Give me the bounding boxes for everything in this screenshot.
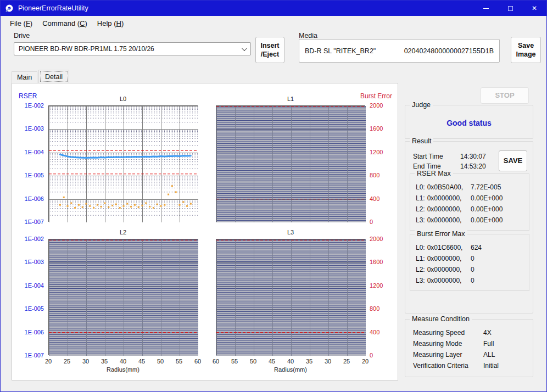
x-axis-tick: 60 — [191, 357, 205, 365]
condition-row: Verification CriteriaInitial — [405, 360, 533, 371]
drive-label: Drive — [14, 32, 30, 40]
x-axis-tick: 20 — [41, 357, 55, 365]
max-value: 0 — [471, 253, 475, 264]
x-axis-tick: 45 — [265, 357, 279, 365]
chart-plot-L2 — [48, 239, 198, 355]
stop-button[interactable]: STOP — [481, 87, 529, 104]
start-time-label: Start Time — [413, 153, 443, 160]
y-axis-tick-right: 800 — [370, 305, 396, 312]
layer-label: L1: — [416, 194, 425, 202]
burst-error-max-label: Burst Error Max — [415, 230, 467, 238]
left-axis-title: RSER — [19, 92, 37, 100]
address-value: 0x0000000, — [427, 216, 462, 224]
save-button[interactable]: SAVE — [499, 150, 527, 171]
window-title: PioneerErrorRateUtility — [18, 4, 88, 12]
address-value: 0x0000000, — [427, 277, 462, 284]
chart-plot-L3 — [216, 239, 365, 355]
condition-name: Verification Criteria — [413, 362, 468, 369]
y-axis-tick-right: 2000 — [370, 102, 396, 109]
save-image-button[interactable]: Save Image — [511, 37, 541, 63]
y-axis-tick-right: 0 — [370, 218, 396, 226]
address-value: 0x01C6600, — [427, 244, 463, 251]
condition-name: Measuring Layer — [413, 351, 462, 359]
close-icon: ✕ — [532, 5, 537, 12]
y-axis-tick-left: 1E-007 — [12, 351, 44, 359]
condition-name: Measuring Mode — [413, 340, 462, 348]
y-axis-tick-left: 1E-003 — [12, 258, 44, 266]
x-axis-tick: 60 — [209, 357, 223, 365]
address-value: 0x0000000, — [427, 255, 462, 262]
x-axis-tick: 20 — [358, 357, 372, 365]
address-value: 0x0000000, — [427, 205, 462, 213]
tab-main[interactable]: Main — [12, 71, 37, 83]
rser-max-group: RSER Max L0:0x0B50A00,7.72E-005L1:0x0000… — [410, 173, 529, 231]
y-axis-tick-right: 1600 — [370, 258, 396, 266]
tab-detail[interactable]: Detail — [38, 70, 69, 83]
menu-help[interactable]: Help (H) — [92, 18, 129, 29]
y-axis-tick-right: 400 — [370, 328, 396, 336]
x-axis-tick: 50 — [246, 357, 260, 365]
tab-strip: Main Detail — [12, 69, 70, 83]
y-axis-tick-right: 1200 — [370, 282, 396, 289]
maximize-icon — [508, 6, 513, 11]
result-row: L2:0x0000000,0.00E+000 — [410, 204, 529, 215]
y-axis-tick-left: 1E-004 — [12, 148, 44, 156]
max-value: 0.00E+000 — [471, 193, 503, 204]
x-axis-tick: 25 — [339, 357, 354, 365]
media-disc-id: 02040248000000027155D1B — [404, 47, 494, 55]
burst-error-max-group: Burst Error Max L0:0x01C6600,624L1:0x000… — [410, 234, 529, 291]
y-axis-tick-left: 1E-002 — [12, 102, 44, 109]
y-axis-tick-right: 1200 — [370, 148, 396, 156]
max-value: 0.00E+000 — [471, 204, 503, 215]
x-axis-label: Radius(mm) — [258, 366, 323, 373]
minimize-button[interactable] — [474, 1, 498, 16]
condition-row: Measuring LayerALL — [405, 349, 533, 360]
y-axis-tick-left: 1E-005 — [12, 305, 44, 312]
menu-command[interactable]: Command (C) — [37, 18, 92, 29]
layer-label: L0: — [416, 183, 425, 191]
y-axis-tick-right: 0 — [370, 351, 396, 359]
result-row: L1:0x0000000,0 — [410, 253, 529, 264]
media-disc-type: BD-R SL "RITEK_BR2" — [305, 47, 376, 55]
right-panel: STOP Judge Good status Result Start Time… — [405, 83, 542, 380]
x-axis-tick: 45 — [135, 357, 149, 365]
app-icon — [5, 4, 14, 13]
menubar: File (F) Command (C) Help (H) — [1, 16, 546, 30]
app-window: PioneerErrorRateUtility ✕ File (F) Comma… — [0, 0, 547, 392]
layer-label: L2: — [416, 205, 425, 213]
result-row: L0:0x01C6600,624 — [410, 242, 529, 253]
max-value: 0 — [471, 264, 475, 275]
insert-eject-button[interactable]: Insert /Eject — [255, 37, 284, 63]
drive-selected-value: PIONEER BD-RW BDR-PR1ML 1.75 20/10/26 — [19, 45, 154, 53]
max-value: 7.72E-005 — [471, 182, 501, 193]
condition-row: Measuring ModeFull — [405, 338, 533, 349]
max-value: 0.00E+000 — [471, 215, 503, 226]
y-axis-tick-left: 1E-003 — [12, 125, 44, 132]
menu-file[interactable]: File (F) — [5, 18, 37, 29]
judge-group: Judge Good status — [405, 105, 533, 139]
titlebar: PioneerErrorRateUtility ✕ — [1, 1, 546, 16]
close-button[interactable]: ✕ — [522, 1, 546, 16]
result-row: L1:0x0000000,0.00E+000 — [410, 193, 529, 204]
drive-select[interactable]: PIONEER BD-RW BDR-PR1ML 1.75 20/10/26 — [14, 42, 251, 55]
chart-plot-L0 — [48, 105, 198, 222]
chart-plot-L1 — [216, 105, 365, 222]
x-axis-tick: 35 — [302, 357, 316, 365]
x-axis-tick: 55 — [227, 357, 242, 365]
x-axis-tick: 25 — [60, 357, 74, 365]
chart-title-L3: L3 — [216, 228, 365, 236]
maximize-button[interactable] — [498, 1, 522, 16]
result-row: L3:0x0000000,0.00E+000 — [410, 215, 529, 226]
condition-value: ALL — [483, 349, 495, 360]
chevron-down-icon — [242, 46, 247, 51]
judge-status: Good status — [405, 119, 533, 127]
x-axis-tick: 35 — [97, 357, 111, 365]
result-row: L2:0x0000000,0 — [410, 264, 529, 275]
result-row: L0:0x0B50A00,7.72E-005 — [410, 182, 529, 193]
media-label: Media — [299, 32, 317, 40]
layer-label: L1: — [416, 255, 425, 262]
end-time-label: End Time — [413, 163, 441, 170]
media-info-panel: BD-R SL "RITEK_BR2" 02040248000000027155… — [299, 39, 500, 63]
layer-label: L3: — [416, 277, 425, 284]
end-time-value: 14:53:20 — [460, 163, 486, 170]
